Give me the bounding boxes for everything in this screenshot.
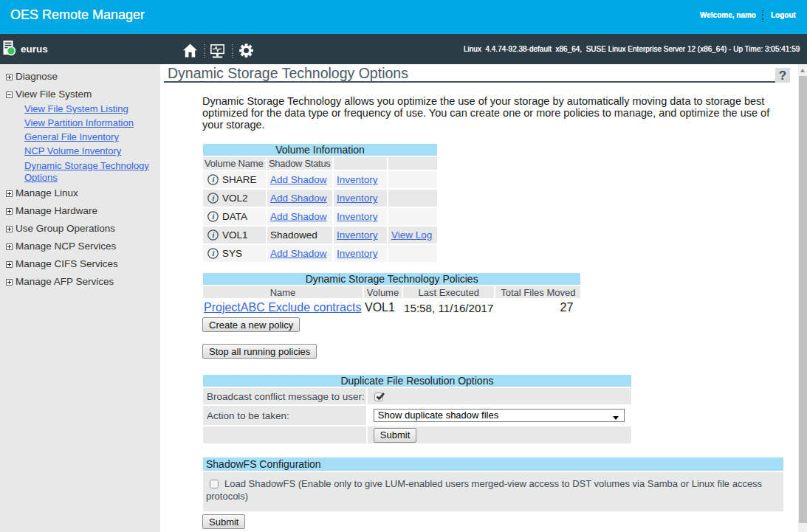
svg-text:i: i <box>213 194 215 202</box>
svg-text:i: i <box>213 213 215 221</box>
svg-text:i: i <box>213 249 215 258</box>
svg-text:i: i <box>213 176 215 184</box>
svg-text:i: i <box>213 231 215 239</box>
